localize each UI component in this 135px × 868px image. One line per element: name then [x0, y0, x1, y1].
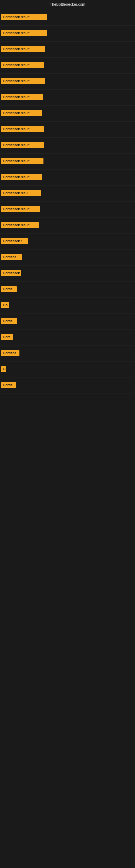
bottleneck-badge[interactable]: Bottlene	[1, 350, 19, 356]
list-item: Bottle	[0, 378, 135, 394]
list-item: Bottleneck result	[0, 122, 135, 138]
bottleneck-badge[interactable]: Bottleneck result	[1, 158, 43, 164]
bottleneck-badge[interactable]: Bottleneck r	[1, 238, 28, 244]
list-item: Bottleneck result	[0, 138, 135, 154]
bottleneck-badge[interactable]: Bo	[1, 302, 9, 308]
list-item: Bottleneck result	[0, 58, 135, 74]
bottleneck-badge[interactable]: B	[1, 366, 6, 372]
list-item: Bottleneck result	[0, 106, 135, 122]
bottleneck-badge[interactable]: Bottleneck resul	[1, 190, 41, 196]
list-item: Bott	[0, 330, 135, 346]
bottleneck-badge[interactable]: Bottleneck result	[1, 222, 39, 228]
bottleneck-badge[interactable]: Bottle	[1, 318, 17, 324]
list-item: Bottleneck resul	[0, 186, 135, 202]
list-item: Bottleneck result	[0, 202, 135, 218]
bottleneck-badge[interactable]: Bottleneck result	[1, 110, 42, 116]
bottleneck-badge[interactable]: Bottlene	[1, 254, 22, 260]
bottleneck-badge[interactable]: Bottle	[1, 382, 16, 388]
list-item: Bo	[0, 298, 135, 314]
bottleneck-badge[interactable]: Bottleneck result	[1, 30, 47, 36]
list-item: Bottleneck result	[0, 42, 135, 58]
list-item: Bottleneck	[0, 266, 135, 282]
bottleneck-badge[interactable]: Bottle	[1, 286, 17, 292]
list-item: Bottleneck result	[0, 170, 135, 186]
list-item: Bottlene	[0, 250, 135, 266]
list-item: Bottle	[0, 314, 135, 330]
list-item: Bottle	[0, 282, 135, 298]
site-title: TheBottlenecker.com	[0, 0, 135, 10]
list-item: Bottleneck result	[0, 154, 135, 170]
bottleneck-badge[interactable]: Bottleneck result	[1, 206, 40, 212]
bottleneck-badge[interactable]: Bott	[1, 334, 13, 340]
bottleneck-badge[interactable]: Bottleneck result	[1, 174, 42, 180]
bottleneck-badge[interactable]: Bottleneck result	[1, 126, 44, 132]
list-item: Bottleneck result	[0, 10, 135, 26]
bottleneck-badge[interactable]: Bottleneck	[1, 270, 21, 276]
list-item: Bottleneck result	[0, 26, 135, 42]
items-container: Bottleneck resultBottleneck resultBottle…	[0, 10, 135, 394]
list-item: Bottleneck r	[0, 234, 135, 250]
list-item: Bottlene	[0, 346, 135, 362]
bottleneck-badge[interactable]: Bottleneck result	[1, 62, 44, 68]
list-item: Bottleneck result	[0, 90, 135, 106]
bottleneck-badge[interactable]: Bottleneck result	[1, 46, 45, 52]
bottleneck-badge[interactable]: Bottleneck result	[1, 14, 47, 20]
bottleneck-badge[interactable]: Bottleneck result	[1, 142, 44, 148]
list-item: B	[0, 362, 135, 378]
bottleneck-badge[interactable]: Bottleneck result	[1, 78, 45, 84]
list-item: Bottleneck result	[0, 74, 135, 90]
list-item: Bottleneck result	[0, 218, 135, 234]
bottleneck-badge[interactable]: Bottleneck result	[1, 94, 43, 100]
